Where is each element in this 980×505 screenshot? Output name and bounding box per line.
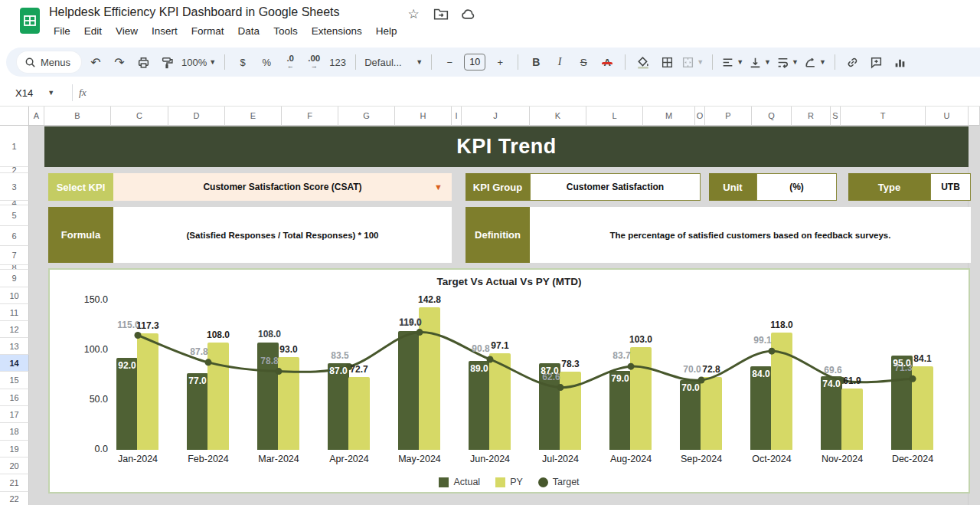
- strikethrough-button[interactable]: S: [574, 52, 593, 72]
- menu-file[interactable]: File: [47, 23, 77, 39]
- row-header-6[interactable]: 6: [0, 226, 29, 246]
- text-wrap-button[interactable]: ▼: [776, 52, 799, 72]
- kpi-trend-chart[interactable]: Target Vs Actual Vs PY (MTD) ActualPYTar…: [48, 268, 970, 494]
- more-formats-button[interactable]: 123: [328, 52, 347, 72]
- column-header-L[interactable]: L: [586, 107, 643, 126]
- merge-cells-button[interactable]: ▼: [681, 52, 704, 72]
- row-header-11[interactable]: 11: [0, 304, 29, 321]
- select-kpi-dropdown[interactable]: Customer Satisfaction Score (CSAT) ▼: [113, 173, 452, 201]
- row-header-12[interactable]: 12: [0, 321, 29, 338]
- bar-actual-Jan-2024: [116, 358, 138, 450]
- italic-button[interactable]: I: [550, 52, 569, 72]
- column-header-R[interactable]: R: [792, 107, 831, 126]
- menu-extensions[interactable]: Extensions: [305, 23, 368, 39]
- column-header-S[interactable]: S: [831, 107, 841, 126]
- row-header-19[interactable]: 19: [0, 441, 29, 457]
- increase-decimals-button[interactable]: .00→: [305, 52, 323, 72]
- row-header-18[interactable]: 18: [0, 423, 29, 441]
- insert-comment-button[interactable]: [867, 52, 886, 72]
- redo-button[interactable]: ↷: [110, 52, 129, 72]
- column-header-Q[interactable]: Q: [752, 107, 792, 126]
- move-to-folder-icon[interactable]: [433, 7, 449, 22]
- decrease-font-size-button[interactable]: −: [440, 52, 459, 72]
- column-header-C[interactable]: C: [111, 107, 168, 126]
- font-family-select[interactable]: Defaul...▼: [364, 52, 423, 72]
- column-header-B[interactable]: B: [44, 107, 111, 126]
- name-box[interactable]: X14 ▼: [0, 87, 70, 99]
- row-header-9[interactable]: 9: [0, 270, 29, 287]
- row-header-15[interactable]: 15: [0, 372, 29, 389]
- menu-tools[interactable]: Tools: [267, 23, 304, 39]
- bar-py-Jan-2024: [137, 333, 158, 450]
- column-header-P[interactable]: P: [705, 107, 752, 126]
- label-actual-Oct-2024: 84.0: [738, 369, 784, 379]
- row-header-7[interactable]: 7: [0, 246, 29, 265]
- type-value[interactable]: UTB: [930, 173, 971, 201]
- column-header-T[interactable]: T: [841, 107, 926, 126]
- formula-value[interactable]: (Satisfied Responses / Total Responses) …: [113, 207, 452, 263]
- document-title[interactable]: Helpdesk Efficiency KPI Dashboard in Goo…: [49, 5, 339, 19]
- column-header-M[interactable]: M: [643, 107, 695, 126]
- column-header-A[interactable]: A: [29, 107, 44, 126]
- row-header-5[interactable]: 5: [0, 205, 29, 226]
- font-size-input[interactable]: 10: [464, 54, 485, 71]
- column-header-partial[interactable]: [969, 107, 980, 126]
- increase-font-size-button[interactable]: +: [491, 52, 509, 72]
- insert-link-button[interactable]: [844, 52, 862, 72]
- column-header-H[interactable]: H: [395, 107, 452, 126]
- row-header-21[interactable]: 21: [0, 474, 29, 492]
- horizontal-align-button[interactable]: ▼: [721, 52, 743, 72]
- borders-button[interactable]: [658, 52, 676, 72]
- vertical-align-button[interactable]: ▼: [749, 52, 771, 72]
- label-actual-May-2024: 119.0: [387, 317, 433, 328]
- x-axis-label-Jan-2024: Jan-2024: [106, 454, 170, 464]
- row-header-1[interactable]: 1: [0, 126, 29, 167]
- text-color-button[interactable]: A: [598, 52, 616, 72]
- kpi-group-value[interactable]: Customer Satisfaction: [530, 173, 701, 201]
- column-header-G[interactable]: G: [338, 107, 395, 126]
- menu-view[interactable]: View: [109, 23, 144, 39]
- row-header-14[interactable]: 14: [0, 355, 29, 372]
- column-header-D[interactable]: D: [168, 107, 225, 126]
- unit-value[interactable]: (%): [756, 173, 837, 201]
- menu-data[interactable]: Data: [232, 23, 266, 39]
- row-header-16[interactable]: 16: [0, 389, 29, 406]
- row-header-3[interactable]: 3: [0, 173, 29, 201]
- label-py-Aug-2024: 103.0: [618, 334, 664, 345]
- menu-insert[interactable]: Insert: [145, 23, 184, 39]
- print-button[interactable]: [134, 52, 152, 72]
- column-header-O[interactable]: O: [695, 107, 705, 126]
- select-all-corner[interactable]: [0, 107, 29, 126]
- column-header-K[interactable]: K: [530, 107, 586, 126]
- column-header-E[interactable]: E: [225, 107, 282, 126]
- percent-format-button[interactable]: %: [257, 52, 276, 72]
- row-header-10[interactable]: 10: [0, 287, 29, 304]
- column-header-I[interactable]: I: [452, 107, 462, 126]
- row-header-22[interactable]: 22: [0, 492, 29, 505]
- menu-edit[interactable]: Edit: [78, 23, 108, 39]
- zoom-select[interactable]: 100%▼: [181, 52, 216, 72]
- bold-button[interactable]: B: [527, 52, 545, 72]
- google-sheets-logo[interactable]: [18, 6, 41, 35]
- column-header-F[interactable]: F: [282, 107, 338, 126]
- search-menus-button[interactable]: Menus: [17, 51, 81, 73]
- fill-color-button[interactable]: [634, 52, 652, 72]
- toolbar-divider: [835, 54, 835, 70]
- menu-help[interactable]: Help: [370, 23, 403, 39]
- row-header-20[interactable]: 20: [0, 457, 29, 474]
- row-header-13[interactable]: 13: [0, 338, 29, 355]
- decrease-decimals-button[interactable]: .0←: [281, 52, 299, 72]
- main-toolbar: Menus ↶ ↷ 100%▼ $ % .0← .00→ 123 Defaul.…: [6, 48, 980, 77]
- currency-format-button[interactable]: $: [234, 52, 252, 72]
- menu-format[interactable]: Format: [185, 23, 230, 39]
- undo-button[interactable]: ↶: [87, 52, 105, 72]
- paint-format-button[interactable]: [158, 52, 176, 72]
- column-header-U[interactable]: U: [926, 107, 969, 126]
- star-icon[interactable]: ☆: [406, 7, 421, 22]
- text-rotation-button[interactable]: ▼: [804, 52, 826, 72]
- insert-chart-button[interactable]: [891, 52, 910, 72]
- definition-value[interactable]: The percentage of satisfied customers ba…: [530, 207, 971, 263]
- column-header-J[interactable]: J: [462, 107, 530, 126]
- row-header-17[interactable]: 17: [0, 406, 29, 423]
- row-header-2[interactable]: 2: [0, 167, 29, 173]
